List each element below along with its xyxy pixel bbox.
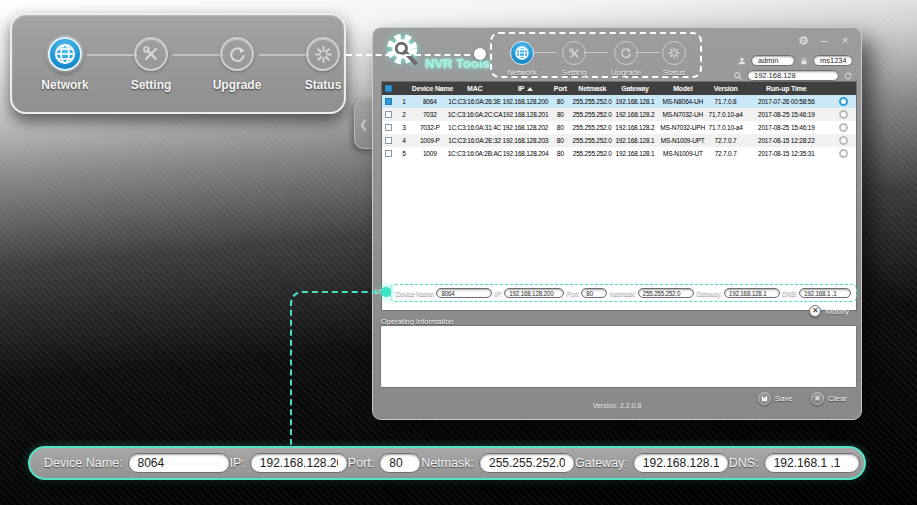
- version-label: Version: 2.2.0.8: [373, 402, 861, 409]
- search-icon: [733, 71, 743, 81]
- port-field-group: Port:: [567, 288, 608, 298]
- tab-label: Status: [645, 68, 703, 77]
- gateway-field-group: Gateway:: [575, 453, 729, 473]
- chevron-left-icon: ❮: [359, 118, 368, 131]
- nav-dashed-highlight: Network Setting Upgrade Status: [490, 32, 702, 78]
- nav-zoom-callout: Network Setting Upgrade Status: [10, 13, 346, 114]
- search-row: [733, 70, 853, 81]
- table-row[interactable]: 4 1009-P 1C:C3:16:0A:2E:32 192.168.128.2…: [382, 134, 856, 147]
- port-field[interactable]: [581, 288, 607, 298]
- gateway-field[interactable]: [724, 288, 780, 298]
- callout-tab-status[interactable]: Status: [278, 37, 368, 92]
- editbar-connector-dashed-line: [290, 291, 386, 448]
- edit-fields-strip: Device Name: IP: Port: Netmask: Gateway:…: [390, 284, 857, 302]
- logo-gear-magnifier-icon: [381, 32, 423, 66]
- globe-icon: [510, 41, 534, 65]
- settings-gear-icon[interactable]: [797, 34, 809, 46]
- col-mac[interactable]: MAC: [448, 85, 502, 92]
- port-field[interactable]: [379, 453, 421, 473]
- modify-x-icon: ✕: [809, 305, 821, 317]
- ip-field[interactable]: [250, 453, 348, 473]
- col-version[interactable]: Version: [709, 85, 743, 92]
- row-checkbox[interactable]: [382, 111, 396, 119]
- tab-network[interactable]: Network: [493, 41, 551, 77]
- status-burst-icon: [662, 41, 686, 65]
- modify-button[interactable]: ✕ Modify: [809, 305, 849, 317]
- callout-tab-upgrade[interactable]: Upgrade: [192, 37, 282, 92]
- minimize-button[interactable]: –: [818, 34, 830, 46]
- upgrade-arrow-icon: [220, 37, 254, 71]
- open-browser-icon[interactable]: [830, 97, 856, 107]
- password-field[interactable]: [813, 55, 853, 66]
- gateway-field-group: Gateway:: [696, 288, 780, 298]
- open-browser-icon[interactable]: [830, 136, 856, 146]
- select-all-checkbox[interactable]: [382, 85, 396, 93]
- tab-label: Setting: [545, 68, 603, 77]
- col-runup-time[interactable]: Run-up Time: [743, 85, 831, 92]
- username-field[interactable]: [751, 55, 795, 66]
- operating-information-panel: [380, 325, 857, 388]
- callout-connector-dashed-line: [346, 54, 480, 56]
- table-row[interactable]: 1 8064 1C:C3:16:0A:26:3E 192.168.128.200…: [382, 95, 856, 108]
- dns-field[interactable]: [764, 453, 860, 473]
- lock-icon: [799, 56, 809, 66]
- account-row: [737, 55, 853, 66]
- device-name-field[interactable]: [128, 453, 230, 473]
- netmask-field[interactable]: [638, 288, 694, 298]
- ip-field[interactable]: [504, 288, 564, 298]
- ip-field-group: IP:: [495, 288, 564, 298]
- user-icon: [737, 56, 747, 66]
- close-button[interactable]: ×: [839, 34, 851, 46]
- table-header-row: Device Name MAC IP Port Netmask Gateway …: [382, 82, 856, 95]
- globe-icon: [48, 37, 82, 71]
- nvr-tools-window: NVR Tools Network Setting Upgrade: [372, 27, 862, 420]
- sort-asc-icon: [527, 87, 533, 91]
- open-browser-icon[interactable]: [830, 123, 856, 133]
- netmask-field-group: Netmask:: [610, 288, 694, 298]
- open-browser-icon[interactable]: [830, 110, 856, 120]
- col-netmask[interactable]: Netmask: [571, 85, 613, 92]
- row-checkbox[interactable]: [382, 150, 396, 158]
- tab-label: Network: [493, 68, 551, 77]
- tab-status[interactable]: Status: [645, 41, 703, 77]
- refresh-icon[interactable]: [843, 71, 853, 81]
- device-name-field-group: Device Name:: [44, 453, 230, 473]
- tab-setting[interactable]: Setting: [545, 41, 603, 77]
- tools-icon: [134, 37, 168, 71]
- col-ip[interactable]: IP: [502, 85, 550, 92]
- editbar-connector-dot: [381, 287, 391, 297]
- status-burst-icon: [306, 37, 340, 71]
- table-row[interactable]: 3 7032-P 1C:C3:16:0A:31:4C 192.168.128.2…: [382, 121, 856, 134]
- dns-field-group: DNS:: [729, 453, 860, 473]
- callout-tab-label: Network: [20, 78, 110, 92]
- table-row[interactable]: 2 7032 1C:C3:16:0A:2C:CA 192.168.128.201…: [382, 108, 856, 121]
- device-name-field-group: Device Name:: [396, 288, 492, 298]
- device-name-field[interactable]: [436, 288, 492, 298]
- col-gateway[interactable]: Gateway: [613, 85, 657, 92]
- callout-tab-setting[interactable]: Setting: [106, 37, 196, 92]
- row-checkbox[interactable]: [382, 98, 396, 106]
- callout-tab-label: Status: [278, 78, 368, 92]
- callout-tab-label: Upgrade: [192, 78, 282, 92]
- ip-field-group: IP:: [230, 453, 348, 473]
- dns-field[interactable]: [799, 288, 851, 298]
- port-field-group: Port:: [348, 453, 421, 473]
- tools-icon: [562, 41, 586, 65]
- row-checkbox[interactable]: [382, 137, 396, 145]
- upgrade-arrow-icon: [614, 41, 638, 65]
- edit-fields-zoom-bar: Device Name: IP: Port: Netmask: Gateway:…: [28, 446, 866, 480]
- netmask-field[interactable]: [479, 453, 575, 473]
- col-device-name[interactable]: Device Name: [412, 85, 448, 92]
- table-row[interactable]: 5 1009 1C:C3:16:0A:2B:AC 192.168.128.204…: [382, 147, 856, 160]
- col-port[interactable]: Port: [549, 85, 571, 92]
- row-checkbox[interactable]: [382, 124, 396, 132]
- callout-tab-label: Setting: [106, 78, 196, 92]
- callout-connector-dot: [474, 48, 486, 60]
- open-browser-icon[interactable]: [830, 149, 856, 159]
- col-model[interactable]: Model: [657, 85, 709, 92]
- dns-field-group: DNS:: [782, 288, 851, 298]
- callout-tab-network[interactable]: Network: [20, 37, 110, 92]
- gateway-field[interactable]: [633, 453, 729, 473]
- search-input[interactable]: [747, 70, 839, 81]
- screenshot-root: Network Setting Upgrade Status ❮ NVR Too: [0, 0, 917, 505]
